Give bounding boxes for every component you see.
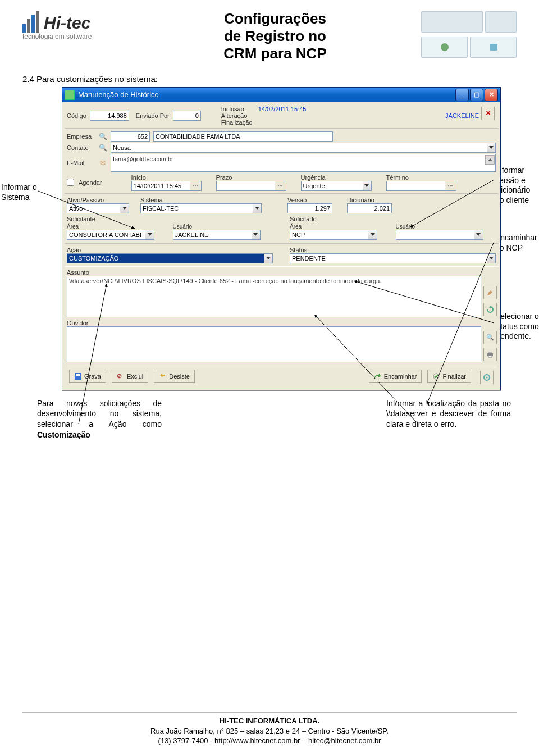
empresa-id-field[interactable]: [111, 131, 150, 142]
termino-field[interactable]: [386, 181, 445, 191]
svg-point-0: [441, 43, 449, 51]
delete-record-button[interactable]: ✕: [481, 107, 495, 120]
assunto-textarea[interactable]: \\dataserver\NCP\LIVROS FISCAIS-SQL\149 …: [67, 276, 481, 317]
window-icon: [65, 90, 75, 100]
document-title: Configurações de Registro no CRM para NC…: [129, 10, 421, 63]
finalizar-button[interactable]: Finalizar: [427, 370, 471, 383]
search-icon[interactable]: 🔍: [98, 132, 107, 141]
solicitado-usuario-field[interactable]: [396, 230, 474, 240]
user-top: JACKELINE: [445, 112, 479, 119]
dicionario-field[interactable]: [347, 203, 392, 213]
agendar-checkbox[interactable]: [67, 179, 74, 186]
encaminhar-button[interactable]: Encaminhar: [369, 370, 422, 383]
label-usuario: Usuário: [396, 224, 496, 230]
label-area: Área: [290, 224, 390, 230]
print-button[interactable]: [483, 348, 497, 361]
scroll-up-icon[interactable]: [485, 155, 495, 165]
date-picker-icon[interactable]: ···: [275, 181, 286, 191]
undo-icon: [159, 372, 167, 380]
ouvidor-textarea[interactable]: [67, 326, 481, 362]
prazo-field[interactable]: [216, 181, 275, 191]
label-codigo: Código: [67, 112, 86, 119]
dropdown-icon[interactable]: [487, 253, 496, 263]
label-sistema: Sistema: [140, 197, 262, 203]
label-dicionario: Dicionário: [347, 197, 392, 203]
close-button[interactable]: ✕: [485, 89, 498, 101]
window-title: Manutenção de Histórico: [78, 90, 455, 99]
solicitado-area-field[interactable]: [290, 230, 368, 240]
label-urgencia: Urgência: [301, 174, 372, 181]
versao-field[interactable]: [287, 203, 332, 213]
label-ouvidor: Ouvidor: [67, 320, 496, 326]
dropdown-icon[interactable]: [145, 230, 154, 240]
edit-assunto-button[interactable]: [483, 286, 497, 299]
history-window: Manutenção de Histórico _ ▢ ✕ ✕ Código E…: [62, 87, 501, 390]
section-heading: 2.4 Para customizações no sistema:: [0, 63, 539, 87]
company-logo: Hi-tec tecnologia em software: [22, 10, 129, 40]
save-icon: [74, 372, 82, 380]
dropdown-icon[interactable]: [252, 230, 261, 240]
label-agendar: Agendar: [79, 179, 102, 186]
label-enviado-por: Enviado Por: [136, 112, 170, 119]
note-assunto-path: Informar a localização da pasta no \\dat…: [386, 398, 511, 441]
solicitante-area-field[interactable]: [67, 230, 145, 240]
search-icon[interactable]: 🔍: [98, 143, 107, 152]
footer-contact: (13) 3797-7400 - http://www.hitecnet.com…: [0, 736, 539, 746]
empresa-nome-field[interactable]: [153, 131, 333, 142]
search-ouvidor-button[interactable]: 🔍: [483, 331, 497, 344]
dropdown-icon[interactable]: [120, 203, 129, 213]
exclui-button[interactable]: ⊘ Exclui: [112, 370, 148, 383]
inicio-field[interactable]: [131, 181, 190, 191]
contato-field[interactable]: [111, 143, 487, 153]
button-label: Exclui: [127, 373, 143, 380]
button-label: Desiste: [169, 373, 190, 380]
codigo-field[interactable]: [90, 111, 129, 121]
acao-field[interactable]: [67, 253, 264, 263]
button-label: Grava: [84, 373, 101, 380]
title-line: CRM para NCP: [129, 45, 421, 62]
label-contato: Contato: [67, 144, 95, 151]
minimize-button[interactable]: _: [455, 89, 469, 101]
svg-rect-3: [488, 352, 492, 353]
button-label: Finalizar: [442, 373, 466, 380]
certification-badges: [421, 10, 517, 59]
label-assunto: Assunto: [67, 269, 496, 276]
dropdown-icon[interactable]: [253, 203, 262, 213]
email-value: fama@goldtec.com.br: [113, 156, 173, 162]
window-titlebar: Manutenção de Histórico _ ▢ ✕: [62, 88, 500, 102]
grava-button[interactable]: Grava: [69, 370, 106, 383]
desiste-button[interactable]: Desiste: [154, 370, 195, 383]
label-empresa: Empresa: [67, 133, 95, 140]
dropdown-icon[interactable]: [487, 143, 496, 153]
refresh-assunto-button[interactable]: [483, 303, 497, 316]
dropdown-icon[interactable]: [474, 230, 483, 240]
title-line: Configurações: [129, 10, 421, 28]
footer-company: HI-TEC INFORMÁTICA LTDA.: [0, 716, 539, 726]
date-picker-icon[interactable]: ···: [190, 181, 202, 191]
page-footer: HI-TEC INFORMÁTICA LTDA. Rua João Ramalh…: [0, 712, 539, 746]
label-ativo-passivo: Ativo/Passivo: [67, 197, 129, 203]
maximize-button[interactable]: ▢: [470, 89, 483, 101]
dropdown-icon[interactable]: [264, 253, 273, 263]
label-solicitado: Solicitado: [290, 216, 496, 222]
label-email: E-Mail: [67, 160, 95, 166]
label-finalizacao: Finalização: [221, 119, 255, 126]
delete-icon: ⊘: [117, 372, 125, 380]
status-field[interactable]: [290, 253, 487, 263]
email-icon[interactable]: ✉: [98, 158, 107, 167]
dropdown-icon[interactable]: [363, 181, 372, 191]
forward-icon: [374, 372, 382, 380]
urgencia-field[interactable]: [301, 181, 363, 191]
email-textarea[interactable]: fama@goldtec.com.br: [111, 154, 496, 172]
ativo-passivo-field[interactable]: [67, 203, 120, 213]
label-prazo: Prazo: [216, 174, 286, 181]
solicitante-usuario-field[interactable]: [173, 230, 252, 240]
dropdown-icon[interactable]: [368, 230, 377, 240]
label-status: Status: [290, 247, 496, 253]
date-picker-icon[interactable]: ···: [445, 181, 456, 191]
sistema-field[interactable]: [140, 203, 253, 213]
svg-rect-6: [76, 374, 80, 376]
logo-bars-icon: [22, 10, 39, 33]
enviado-por-field[interactable]: [173, 111, 201, 121]
settings-button[interactable]: [480, 371, 494, 384]
